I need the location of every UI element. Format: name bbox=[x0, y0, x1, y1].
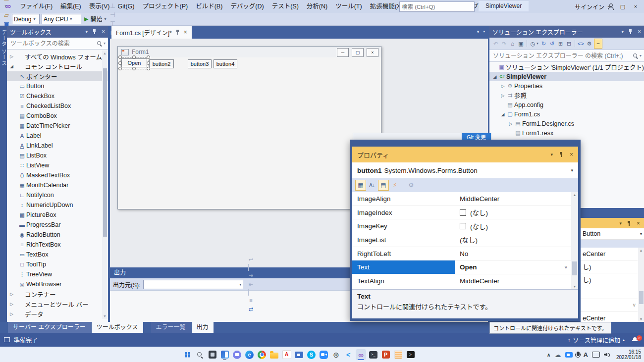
notifications-button[interactable]: 2 bbox=[633, 337, 639, 343]
pin-icon[interactable] bbox=[627, 220, 632, 226]
toolbox-item[interactable]: ⋮ TreeView bbox=[7, 269, 108, 279]
volume-icon[interactable] bbox=[604, 352, 610, 358]
value-dropdown-icon[interactable]: ˅ bbox=[565, 265, 567, 270]
expander-icon[interactable]: ▷ bbox=[500, 84, 506, 89]
property-value[interactable]: (なし) bbox=[470, 221, 488, 231]
properties-header[interactable]: プロパティ ▾ × bbox=[352, 147, 578, 162]
toolbox-item[interactable]: ▤ ListBox bbox=[7, 151, 108, 160]
expander-icon[interactable]: ◢ bbox=[492, 74, 498, 79]
close-icon[interactable]: × bbox=[570, 151, 573, 158]
zoom-icon[interactable] bbox=[319, 349, 329, 360]
selection-adorner[interactable]: Open bbox=[118, 55, 150, 70]
expander-icon[interactable]: ▷ bbox=[10, 292, 16, 297]
menu-item[interactable]: 分析(N) bbox=[303, 0, 331, 13]
alphabetize-icon[interactable]: A↓ bbox=[367, 180, 377, 190]
scroll-up-icon[interactable]: ▲ bbox=[102, 52, 107, 55]
close-icon[interactable]: × bbox=[184, 29, 187, 36]
quick-search-input[interactable] bbox=[400, 4, 480, 10]
property-row[interactable]: ImageList (なし) ˅ bbox=[352, 233, 571, 247]
se-switch-views-icon[interactable]: ▣ bbox=[517, 39, 525, 48]
skype-icon[interactable]: S bbox=[306, 349, 317, 360]
window-position-icon[interactable]: ▾ bbox=[550, 152, 553, 157]
tree-item[interactable]: ◢ ▢ Form1.cs bbox=[489, 109, 644, 119]
expander-icon[interactable]: ◢ bbox=[10, 64, 16, 69]
teams-chat-icon[interactable] bbox=[232, 349, 242, 360]
property-value[interactable]: (なし) bbox=[470, 207, 488, 217]
property-value[interactable]: MiddleCenter bbox=[460, 195, 499, 203]
toolbox-item[interactable]: ≡ CheckedListBox bbox=[7, 101, 108, 111]
onedrive-icon[interactable]: ☁ bbox=[555, 351, 561, 359]
docked-properties-header[interactable]: ▾ × bbox=[581, 218, 644, 228]
panel-tab[interactable]: ツールボックス bbox=[92, 322, 143, 333]
toolbox-search-input[interactable] bbox=[9, 40, 97, 48]
add-to-source-control-button[interactable]: ↑ ソース管理に追加 ▴ bbox=[568, 336, 625, 344]
property-row-fragment[interactable]: eCenter bbox=[581, 248, 638, 260]
se-nest-files-icon[interactable]: ⊞ bbox=[557, 39, 564, 48]
button2-control[interactable]: button2 bbox=[149, 59, 174, 68]
toolbox-item[interactable]: ↕ NumericUpDown bbox=[7, 200, 108, 210]
se-filter-dropdown-icon[interactable]: ▾ bbox=[536, 39, 539, 48]
scroll-up-icon[interactable]: ▲ bbox=[571, 193, 578, 197]
toolbox-item[interactable]: ▷ コンテナー bbox=[7, 289, 108, 299]
panel-tab[interactable]: 出力 bbox=[192, 322, 214, 333]
toolbox-item[interactable]: ▷ データ bbox=[7, 309, 108, 319]
toolbox-item[interactable]: ▦ DateTimePicker bbox=[7, 121, 108, 131]
se-preview-selected-icon[interactable]: − bbox=[594, 39, 602, 49]
docked-object-selector[interactable]: Button ▾ bbox=[581, 228, 644, 240]
property-row-fragment[interactable]: eCenter bbox=[581, 312, 638, 322]
start-debugging-button[interactable]: ▶ 開始 ▾ bbox=[84, 15, 107, 23]
scroll-down-icon[interactable]: ▼ bbox=[638, 317, 644, 321]
events-icon[interactable]: ⚡ bbox=[390, 180, 400, 190]
property-value[interactable]: Open bbox=[460, 263, 477, 271]
property-row[interactable]: ImageKey (なし) ˅ bbox=[352, 219, 571, 233]
property-value[interactable]: MiddleCenter bbox=[460, 277, 499, 285]
expander-icon[interactable]: ▷ bbox=[10, 311, 16, 316]
expander-icon[interactable]: ▷ bbox=[508, 121, 514, 126]
property-value[interactable]: (なし) bbox=[460, 235, 478, 245]
property-row[interactable]: TextAlign MiddleCenter ˅ bbox=[352, 274, 571, 288]
menu-item[interactable]: ファイル(F) bbox=[16, 0, 56, 13]
output-source-dropdown[interactable]: ▾ bbox=[143, 280, 243, 289]
panel-tab[interactable]: サーバー エクスプローラー bbox=[8, 322, 91, 333]
expander-icon[interactable]: ▷ bbox=[500, 93, 506, 98]
toolbox-item[interactable]: ▷ メニューとツール バー bbox=[7, 299, 108, 309]
property-value[interactable]: No bbox=[460, 250, 468, 258]
scrollbar-thumb[interactable] bbox=[572, 261, 577, 275]
button4-control[interactable]: button4 bbox=[214, 59, 237, 68]
taskbar-clock[interactable]: 16:15 2022/01/18 bbox=[616, 349, 641, 360]
tree-item[interactable]: ▷ ⇉ 参照 bbox=[489, 91, 644, 100]
toolbox-item[interactable]: A Label bbox=[7, 131, 108, 141]
resize-handle[interactable] bbox=[118, 67, 122, 70]
toolbox-item[interactable]: □ ToolTip bbox=[7, 259, 108, 269]
solution-explorer-search-input[interactable] bbox=[492, 52, 633, 60]
menu-item[interactable]: テスト(S) bbox=[268, 0, 303, 13]
settings-icon[interactable]: ⊛ bbox=[331, 349, 341, 360]
solution-platform-dropdown[interactable]: Any CPU▾ bbox=[42, 14, 81, 24]
visual-studio-icon[interactable]: ∞ bbox=[356, 349, 366, 360]
remote-device-icon[interactable] bbox=[294, 349, 304, 360]
microphone-icon[interactable] bbox=[577, 352, 580, 356]
pin-icon[interactable] bbox=[175, 29, 180, 35]
tree-item[interactable]: ▤ App.config bbox=[489, 100, 644, 109]
se-sync-with-active-document-icon[interactable]: ↺ bbox=[548, 39, 556, 48]
acrobat-icon[interactable]: A bbox=[281, 349, 292, 360]
file-explorer-icon[interactable] bbox=[269, 349, 279, 360]
minimize-button[interactable]: ─ bbox=[603, 0, 616, 13]
scroll-down-icon[interactable]: ▼ bbox=[102, 314, 107, 318]
photos-icon[interactable] bbox=[207, 349, 217, 360]
window-position-icon[interactable]: ▾ bbox=[85, 29, 88, 34]
menu-item[interactable]: 編集(E) bbox=[56, 0, 85, 13]
toolbox-item[interactable]: ◉ RadioButton bbox=[7, 230, 108, 240]
toolbox-item[interactable]: ▭ TextBox bbox=[7, 250, 108, 259]
save-output-icon[interactable]: ⇄ bbox=[247, 305, 255, 313]
toolbox-item[interactable]: ▩ PictureBox bbox=[7, 210, 108, 220]
property-pages-icon[interactable]: ⚙ bbox=[406, 180, 416, 190]
pin-icon[interactable] bbox=[628, 29, 633, 35]
show-output-icon[interactable]: ⇥ bbox=[247, 271, 255, 280]
zoom-tray-icon[interactable] bbox=[565, 352, 573, 358]
close-icon[interactable]: × bbox=[637, 220, 640, 227]
toolbox-item[interactable]: A LinkLabel bbox=[7, 141, 108, 151]
toolbox-item[interactable]: ▦ MonthCalendar bbox=[7, 180, 108, 190]
align-centers-icon[interactable]: ⊥ bbox=[109, 1, 117, 10]
expander-icon[interactable]: ▷ bbox=[10, 54, 16, 59]
